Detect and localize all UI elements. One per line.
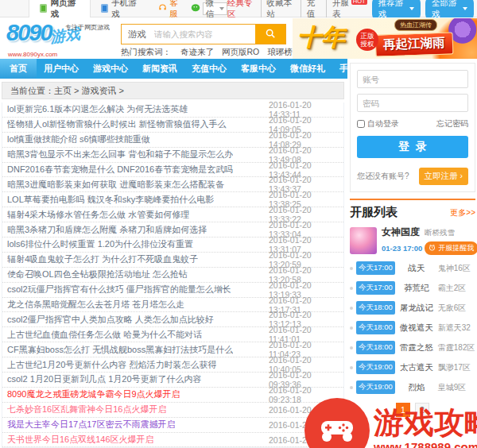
topbar-link[interactable]: 经典专区 <box>227 0 255 20</box>
news-row[interactable]: 天书世界今日16点双线146区火爆开启 2016-01-20 0 <box>2 433 343 448</box>
server-game-name[interactable]: 屠龙战记 <box>398 303 435 314</box>
topbar-link[interactable]: 充值 <box>301 0 320 20</box>
news-title-link[interactable]: 龙之信条黑暗觉醒怎么去苍月塔 苍月塔怎么走 <box>7 299 184 311</box>
search-category-label[interactable]: 游戏 <box>122 25 153 44</box>
server-row[interactable]: 今天18:00 屠龙战记 无敌6区 <box>350 298 475 318</box>
news-title-link[interactable]: 暗黑3进魔暗影装束如何获取 进魔暗影装束怎么搭配装备 <box>7 179 224 191</box>
password-input[interactable] <box>357 94 468 112</box>
news-title-link[interactable]: 怪物猎人ol新怪物雷狼什么时候出 新怪物雷狼值得入手么 <box>7 118 227 130</box>
nav-item[interactable]: 微信好礼 <box>283 59 332 79</box>
wechat-label: 微信 <box>206 0 217 20</box>
news-row[interactable]: 8090魔龙之戒重磅龙城争霸今日9点火爆开启 2016-01-20 09:23:… <box>2 388 343 403</box>
news-title-link[interactable]: lol更新完6.1版本闪退怎么解决 为何无法选英雄 <box>7 103 188 115</box>
news-title-link[interactable]: lols6排位什么时候重置 1.20为什么排位没有重置 <box>7 238 193 250</box>
nav-item[interactable]: 充值中心 <box>184 59 234 79</box>
forgot-password-link[interactable]: 忘记密码 <box>436 118 468 129</box>
nav-item[interactable]: 用户中心 <box>37 59 86 79</box>
wechat-icon <box>191 3 200 14</box>
promo-banner[interactable]: 十年 正版授权 再起江湖雨 热血江湖传 <box>293 18 477 59</box>
breadcrumb-text[interactable]: 当前位置：主页 > 游戏资讯 > <box>10 86 124 95</box>
news-title-link[interactable]: 8090魔龙之戒重磅龙城争霸今日9点火爆开启 <box>7 388 180 400</box>
hot-word-link[interactable]: 奇迹来了 <box>180 47 214 56</box>
news-title-link[interactable]: csol2 1月20日更新到几点 1月20号更新了什么内容 <box>7 373 202 385</box>
top-utility-bar: 网页游戏 手机游戏 客服 微信 经典专区 收藏本站 <box>0 0 477 17</box>
nav-item[interactable]: 游戏中心 <box>86 59 135 79</box>
tab-mobile-games-label: 手机游戏 <box>111 0 140 20</box>
news-title-link[interactable]: 使命召唤OL四色全钻极限抢活动地址 怎么抢钻 <box>7 268 188 280</box>
tab-web-games[interactable]: 网页游戏 <box>29 0 91 17</box>
server-time-badge: 今天17:00 <box>356 261 395 275</box>
server-name[interactable]: 霸主2区 <box>438 283 467 294</box>
search-button[interactable] <box>255 25 285 44</box>
news-title-link[interactable]: 天书世界今日16点双线146区火爆开启 <box>7 434 154 446</box>
hot-word-link[interactable]: 网页版RO <box>222 47 259 56</box>
server-row[interactable]: 今天17:00 莽荒纪 霸主2区 <box>350 278 475 298</box>
news-title-link[interactable]: 上古世纪1月20号更新什么内容 烈焰活力时装怎么获得 <box>7 359 216 371</box>
news-row[interactable]: 七杀妙音16区乱舞雷神今日16点火爆开启 2016-01-20 0 <box>2 403 343 418</box>
nav-item[interactable]: 首页 <box>0 59 37 79</box>
server-row[interactable]: 今天19:00 太古遮天 飘渺17区 <box>350 357 475 377</box>
server-row[interactable]: 今天19:00 烈焰 皇城9区 <box>350 377 475 397</box>
featured-game-name[interactable]: 女神国度 <box>382 226 420 239</box>
server-name[interactable]: 飘渺17区 <box>438 362 471 373</box>
server-name[interactable]: 无敌6区 <box>438 303 467 314</box>
server-name[interactable]: 新遮天32 <box>438 322 471 334</box>
news-title-link[interactable]: 我是大主宰今日17点17区密云不雨震撼开启 <box>7 419 175 431</box>
hot-word-link[interactable]: 琅琊榜 <box>267 47 293 56</box>
remind-me-button[interactable]: 开服提醒我 <box>425 241 477 255</box>
customer-service-label: 客服 <box>169 0 182 20</box>
featured-info: 女神国度 断桥残雪 01-23 17:00 开服提醒我 <box>382 226 475 255</box>
web-games-icon <box>40 4 47 13</box>
auto-login-checkbox[interactable] <box>357 120 365 128</box>
news-title-link[interactable]: 暗黑3杀猪刀和盾牌怎么附魔 杀猪刀和盾牌如何选择 <box>7 224 207 236</box>
news-title-link[interactable]: lol慎重做技能介绍 s6慎哪些技能重做 <box>7 133 150 145</box>
topbar-link[interactable]: 收藏本站 <box>261 0 295 20</box>
login-button[interactable]: 登录 <box>357 136 468 158</box>
username-input[interactable] <box>357 70 468 88</box>
news-title-link[interactable]: 暗黑3背包显示不出来怎么回事 背包和箱子不能显示怎么办 <box>7 149 233 160</box>
logo-url: www.8090yx.com <box>8 51 57 58</box>
wechat-dropdown[interactable]: 微信 <box>203 2 227 15</box>
customer-service-link[interactable]: 客服 <box>158 0 182 20</box>
news-title-link[interactable]: 辐射4吸血鬼蚊子怎么打 为什么打不死吸血鬼蚊子 <box>7 253 198 265</box>
server-game-name[interactable]: 傲视遮天 <box>398 322 435 334</box>
server-game-name[interactable]: 烈焰 <box>398 382 435 393</box>
server-game-name[interactable]: 战天 <box>398 263 435 274</box>
news-row[interactable]: 我是大主宰今日17点17区密云不雨震撼开启 2016-01-20 0 <box>2 418 343 433</box>
register-button[interactable]: 立即注册 › <box>419 168 468 185</box>
logo-tagline: 专注于网页游戏 <box>65 23 110 32</box>
nav-item[interactable]: 客服中心 <box>234 59 283 79</box>
news-title-link[interactable]: LOL草莓要拍电影吗 魏汉冬和sky李晓峰要拍什么电影 <box>7 194 214 206</box>
watermark-url: www.1788989.com <box>374 440 477 448</box>
news-title-link[interactable]: csol2玩僵尸指挥官有什么技巧 僵尸指挥官的能量怎么增长 <box>7 284 231 295</box>
server-time-badge: 今天18:00 <box>356 341 395 354</box>
news-title-link[interactable]: 上古世纪血债血偿任务怎么做 哈曼为什么不能对话 <box>7 329 202 341</box>
server-row[interactable]: 今天17:00 战天 鬼神16区 <box>350 258 475 278</box>
tab-mobile-games[interactable]: 手机游戏 <box>91 0 151 17</box>
server-name[interactable]: 皇城9区 <box>438 382 467 393</box>
server-game-name[interactable]: 太古遮天 <box>398 362 435 373</box>
more-link[interactable]: 更多>> <box>450 207 475 218</box>
news-title-link[interactable]: CF黑寡妇boss怎么打 无惧战舰boss黑寡妇打法技巧是什么 <box>7 344 233 356</box>
nav-item[interactable]: 新闻资讯 <box>135 59 184 79</box>
banner-license-badge: 正版授权 <box>356 29 378 51</box>
server-name[interactable]: 鬼神16区 <box>438 263 471 274</box>
news-title-link[interactable]: DNF2016春节套宠物是什么 DNF2016春节套宠物是玄武吗 <box>7 164 233 176</box>
wechat-widget[interactable]: 微信 <box>191 2 227 15</box>
featured-server[interactable]: 女神国度 断桥残雪 01-23 17:00 开服提醒我 <box>350 226 475 255</box>
watermark: 游戏攻略 www.1788989.com <box>304 398 477 448</box>
site-logo[interactable]: 8090游戏 专注于网页游戏 www.8090yx.com <box>6 20 119 58</box>
news-title-link[interactable]: 七杀妙音16区乱舞雷神今日16点火爆开启 <box>7 404 166 415</box>
server-game-name[interactable]: 莽荒纪 <box>398 283 435 294</box>
news-title-link[interactable]: csol2僵尸指挥官中人类加点攻略 人类怎么加点比较好 <box>7 314 214 326</box>
server-game-name[interactable]: 雷霆之怒 <box>398 342 435 353</box>
server-name[interactable]: 雷霆182区 <box>438 342 475 353</box>
server-row[interactable]: 今天18:00 雷霆之怒 雷霆182区 <box>350 338 475 357</box>
register-row: 您还没有账号? 立即注册 › <box>357 168 468 185</box>
topbar-link[interactable]: 开服表 HOT <box>326 0 367 20</box>
auto-login-label[interactable]: 自动登录 <box>357 118 399 129</box>
server-row[interactable]: 今天18:00 傲视遮天 新遮天32 <box>350 318 475 338</box>
news-title-link[interactable]: 辐射4采木场修水管任务怎么做 水管要如何修理 <box>7 209 189 221</box>
search-input[interactable] <box>153 25 255 44</box>
server-rows: 今天17:00 战天 鬼神16区 今天17:00 莽荒纪 霸主2区 今天18:0… <box>350 258 475 397</box>
